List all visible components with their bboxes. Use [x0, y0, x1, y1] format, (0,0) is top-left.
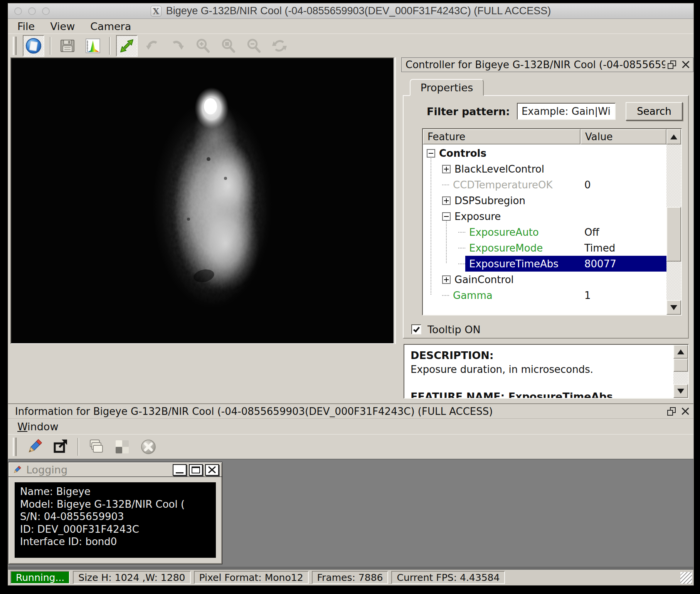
fit-to-window-button[interactable] — [116, 35, 138, 57]
scrollbar-thumb[interactable] — [666, 207, 681, 262]
toolbar-drag-handle[interactable] — [13, 438, 17, 456]
tooltip-checkbox[interactable] — [411, 324, 421, 334]
feature-table: Feature Value Controls — [422, 128, 682, 315]
window-close-button[interactable] — [14, 7, 22, 15]
scrollbar-track[interactable] — [673, 372, 688, 384]
properties-frame: Filter pattern: Search Feature Value — [403, 95, 689, 339]
table-row-controls[interactable]: Controls — [423, 145, 666, 161]
zoom-original-icon — [220, 37, 237, 54]
menubar: File View Camera — [8, 19, 693, 34]
tree-guide-line — [446, 221, 447, 263]
arrow-up-icon — [677, 349, 684, 354]
scroll-down-button[interactable] — [673, 384, 688, 398]
toolbar-drag-handle[interactable] — [13, 37, 17, 55]
acquisition-toggle-button[interactable] — [23, 35, 44, 57]
search-button[interactable]: Search — [626, 102, 683, 121]
menu-file[interactable]: File — [17, 20, 35, 32]
column-header-value[interactable]: Value — [581, 129, 666, 144]
zoom-out-button[interactable] — [243, 35, 265, 57]
filter-pattern-input[interactable] — [517, 103, 616, 120]
table-row-exposuremode[interactable]: ExposureModeTimed — [423, 240, 666, 256]
log-line: ID: DEV_000F31F4243C — [20, 523, 210, 536]
vertical-splitter[interactable] — [395, 57, 401, 344]
controller-titlebar: Controller for Bigeye G-132B/NIR Cool (-… — [401, 57, 693, 72]
collapse-icon[interactable] — [427, 149, 435, 158]
vertical-scrollbar[interactable] — [666, 144, 681, 315]
status-pixel-format: Pixel Format: Mono12 — [194, 571, 309, 584]
tab-properties[interactable]: Properties — [410, 79, 484, 96]
table-row-gaincontrol[interactable]: GainControl — [423, 272, 666, 287]
scroll-up-button[interactable] — [673, 345, 688, 359]
table-row-dspsubregion[interactable]: DSPSubregion — [423, 193, 666, 208]
application-window: X Bigeye G-132B/NIR Cool (-04-0855659903… — [8, 3, 694, 586]
statusbar-divider — [8, 567, 693, 570]
mdi-area: Logging Name: Bigeye Model: Bigeye G-132… — [8, 459, 693, 567]
main-content: Controller for Bigeye G-132B/NIR Cool (-… — [8, 57, 693, 403]
table-row-blacklevelcontrol[interactable]: BlackLevelControl — [423, 161, 666, 177]
table-row-gamma[interactable]: Gamma1 — [423, 287, 666, 303]
refresh-button[interactable] — [269, 35, 290, 57]
save-icon — [59, 37, 76, 54]
undo-button[interactable] — [141, 35, 163, 57]
logging-title: Logging — [26, 464, 168, 476]
open-in-window-button[interactable] — [50, 436, 71, 458]
window-zoom-button[interactable] — [42, 7, 50, 15]
logging-titlebar[interactable]: Logging — [8, 462, 222, 477]
toolbar-separator — [50, 37, 51, 55]
window-title: Bigeye G-132B/NIR Cool (-04-0855659903(D… — [166, 5, 551, 17]
logging-window[interactable]: Logging Name: Bigeye Model: Bigeye G-132… — [8, 462, 222, 564]
expand-icon[interactable] — [442, 196, 451, 205]
table-row-exposureauto[interactable]: ExposureAutoOff — [423, 224, 666, 240]
expand-icon[interactable] — [442, 275, 451, 284]
description-content: DESCRIPTION: Exposure duration, in micro… — [404, 345, 673, 398]
scrollbar-track[interactable] — [666, 144, 681, 300]
table-row-exposuretimeabs-selected[interactable]: ExposureTimeAbs80077 — [423, 256, 666, 272]
expand-icon[interactable] — [442, 165, 451, 173]
table-row-exposure[interactable]: Exposure — [423, 208, 666, 224]
scrollbar-thumb[interactable] — [673, 359, 688, 372]
menu-view[interactable]: View — [50, 20, 75, 32]
histogram-button[interactable] — [82, 35, 104, 57]
description-scrollbar[interactable] — [673, 345, 688, 398]
table-row-ccdtemperatureok[interactable]: CCDTemperatureOK0 — [423, 177, 666, 193]
save-image-button[interactable] — [57, 35, 78, 57]
close-all-icon — [140, 438, 157, 456]
close-icon[interactable] — [681, 407, 690, 416]
window-minimize-button[interactable] — [28, 7, 36, 15]
column-header-feature[interactable]: Feature — [423, 129, 581, 144]
close-button[interactable] — [205, 464, 219, 476]
tree-branch-dash — [442, 295, 449, 296]
menu-window[interactable]: Window — [17, 421, 58, 433]
statusbar: Running... Size H: 1024 ,W: 1280 Pixel F… — [8, 570, 693, 585]
cascade-windows-button[interactable] — [85, 436, 107, 458]
pencil-icon — [25, 438, 43, 456]
tile-windows-button[interactable] — [111, 436, 133, 458]
logging-button[interactable] — [24, 436, 45, 458]
pencil-icon — [12, 465, 22, 475]
zoom-in-button[interactable] — [192, 35, 214, 57]
log-line: Model: Bigeye G-132B/NIR Cool ( — [20, 498, 210, 511]
tile-windows-icon — [113, 438, 131, 456]
resize-grip-icon[interactable] — [680, 572, 692, 584]
menu-camera[interactable]: Camera — [90, 20, 131, 32]
scroll-up-button[interactable] — [666, 129, 681, 144]
redo-icon — [169, 37, 186, 54]
float-window-icon[interactable] — [668, 60, 676, 69]
description-heading: DESCRIPTION: — [411, 349, 667, 361]
collapse-icon[interactable] — [442, 212, 451, 221]
log-line: Interface ID: bond0 — [20, 535, 210, 548]
zoom-original-button[interactable] — [218, 35, 239, 57]
close-all-button[interactable] — [138, 436, 159, 458]
minimize-button[interactable] — [173, 464, 187, 476]
maximize-button[interactable] — [189, 464, 203, 476]
float-window-icon[interactable] — [667, 407, 676, 416]
redo-button[interactable] — [167, 35, 188, 57]
toolbar-separator — [109, 37, 111, 55]
scroll-down-button[interactable] — [666, 300, 681, 315]
feature-table-body: Controls BlackLevelControl CCDTemperatur… — [423, 144, 681, 315]
titlebar: X Bigeye G-132B/NIR Cool (-04-0855659903… — [8, 3, 693, 19]
feature-rows: Controls BlackLevelControl CCDTemperatur… — [423, 144, 666, 315]
information-titlebar: Information for Bigeye G-132B/NIR Cool (… — [8, 403, 693, 419]
filter-pattern-label: Filter pattern: — [427, 106, 510, 117]
close-icon[interactable] — [681, 60, 690, 69]
